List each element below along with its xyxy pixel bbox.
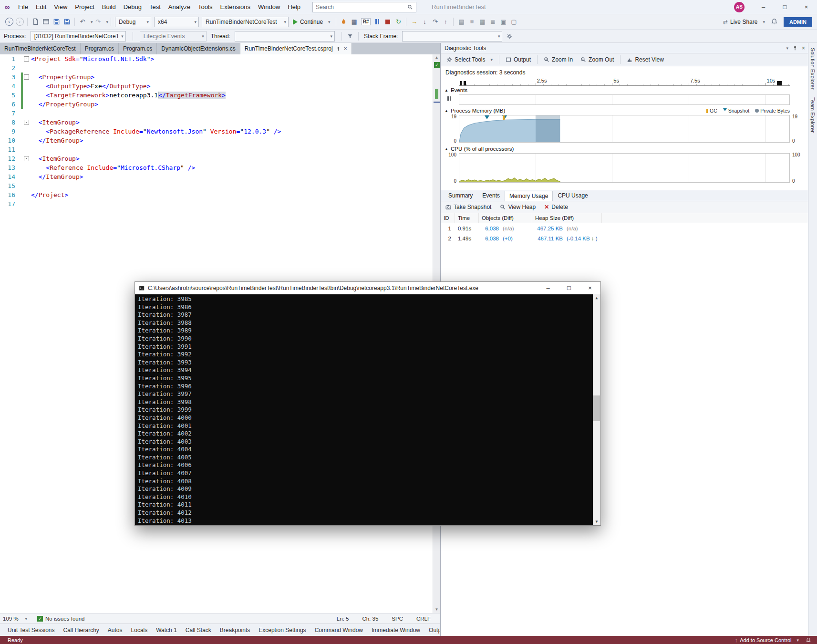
- menu-project[interactable]: Project: [71, 0, 98, 14]
- document-tab[interactable]: Program.cs: [81, 43, 119, 54]
- solution-platform-dropdown[interactable]: x64▾: [154, 17, 199, 27]
- console-scrollbar[interactable]: ▲ ▼: [593, 294, 600, 525]
- misc-icon[interactable]: ≡: [466, 17, 477, 27]
- account-avatar[interactable]: AS: [734, 2, 745, 12]
- delete-button[interactable]: ✕Delete: [544, 204, 568, 210]
- menu-window[interactable]: Window: [254, 0, 284, 14]
- tool-window-tab[interactable]: Watch 1: [152, 625, 181, 635]
- pin-icon[interactable]: [792, 45, 798, 51]
- navigate-forward-icon[interactable]: ›: [14, 17, 25, 27]
- events-section-header[interactable]: ▲ Events: [441, 86, 808, 94]
- cpu-section-header[interactable]: ▲ CPU (% of all processors): [441, 145, 808, 153]
- zoom-out-button[interactable]: Zoom Out: [577, 53, 618, 66]
- snapshot-row[interactable]: 21.49s6,038(+0)467.11 KB(-0.14 KB ↓ ): [441, 233, 808, 243]
- navigate-back-icon[interactable]: ‹: [4, 17, 14, 27]
- document-tab[interactable]: Program.cs: [119, 43, 157, 54]
- break-all-icon[interactable]: [372, 17, 383, 27]
- console-minimize-button[interactable]: –: [538, 282, 558, 294]
- admin-button[interactable]: ADMIN: [784, 17, 812, 27]
- menu-edit[interactable]: Edit: [32, 0, 50, 14]
- health-check-icon[interactable]: ✓: [37, 616, 43, 622]
- health-message[interactable]: No issues found: [45, 616, 84, 622]
- misc-icon[interactable]: ▢: [508, 17, 519, 27]
- fold-collapse-icon[interactable]: -: [24, 120, 29, 125]
- output-button[interactable]: Output: [502, 53, 535, 66]
- console-maximize-button[interactable]: □: [558, 282, 579, 294]
- console-scroll-thumb[interactable]: [593, 395, 600, 421]
- add-to-source-control-button[interactable]: ↑Add to Source Control▾: [735, 637, 799, 643]
- solution-configuration-dropdown[interactable]: Debug▾: [115, 17, 151, 27]
- minimize-button[interactable]: –: [753, 0, 774, 14]
- undo-icon[interactable]: ↶: [77, 17, 88, 27]
- step-over-icon[interactable]: ↷: [430, 17, 440, 27]
- events-pause-icon[interactable]: [447, 96, 451, 101]
- menu-help[interactable]: Help: [284, 0, 304, 14]
- thread-dropdown[interactable]: ▾: [235, 31, 335, 42]
- document-health-indicator[interactable]: ✓: [434, 62, 440, 68]
- feedback-bell-icon[interactable]: [771, 18, 778, 25]
- snapshot-row[interactable]: 10.91s6,038(n/a)467.25 KB(n/a): [441, 223, 808, 233]
- diag-tab-summary[interactable]: Summary: [444, 190, 477, 201]
- console-scroll-up-icon[interactable]: ▲: [593, 294, 600, 301]
- maximize-button[interactable]: □: [774, 0, 796, 14]
- fold-collapse-icon[interactable]: -: [24, 156, 29, 161]
- misc-icon[interactable]: ▦: [477, 17, 487, 27]
- hot-reload-icon[interactable]: [339, 17, 349, 27]
- save-icon[interactable]: [51, 17, 62, 27]
- apply-code-changes-icon[interactable]: ▦: [349, 17, 360, 27]
- startup-project-dropdown[interactable]: RunTimeBinderNetCoreTest▾: [202, 17, 289, 27]
- memory-section-header[interactable]: ▲ Process Memory (MB) GC Snapshot Privat…: [441, 106, 808, 114]
- document-tab[interactable]: RunTimeBinderNetCoreTest: [0, 43, 81, 54]
- memory-chart[interactable]: [459, 115, 790, 143]
- scroll-down-icon[interactable]: ▼: [433, 606, 440, 613]
- search-input[interactable]: Search: [316, 4, 407, 10]
- toolbar-options-gear-icon[interactable]: [507, 33, 512, 39]
- side-tab-solution-explorer[interactable]: Solution Explorer: [810, 48, 816, 90]
- tool-window-tab[interactable]: Locals: [127, 625, 152, 635]
- resharper-badge[interactable]: R#: [361, 18, 371, 25]
- eol-indicator[interactable]: CRLF: [416, 616, 431, 622]
- fold-collapse-icon[interactable]: -: [24, 74, 29, 80]
- scroll-up-icon[interactable]: ▲: [433, 54, 440, 61]
- tool-window-tab[interactable]: Exception Settings: [255, 625, 310, 635]
- redo-icon[interactable]: ↷: [93, 17, 103, 27]
- console-scroll-down-icon[interactable]: ▼: [593, 518, 600, 525]
- heap-size-link[interactable]: 467.25 KB: [532, 226, 563, 231]
- tool-window-tab[interactable]: Autos: [104, 625, 126, 635]
- new-file-icon[interactable]: [30, 17, 41, 27]
- side-tab-team-explorer[interactable]: Team Explorer: [810, 97, 816, 133]
- cpu-chart[interactable]: [459, 153, 790, 183]
- menu-file[interactable]: File: [14, 0, 32, 14]
- menu-extensions[interactable]: Extensions: [216, 0, 254, 14]
- console-close-button[interactable]: ×: [579, 282, 600, 294]
- continue-button[interactable]: Continue ▾: [290, 19, 333, 25]
- tab-close-icon[interactable]: ×: [344, 45, 347, 52]
- tool-window-tab[interactable]: Command Window: [311, 625, 367, 635]
- tool-window-tab[interactable]: Call Hierarchy: [60, 625, 103, 635]
- lifecycle-events-dropdown[interactable]: Lifecycle Events▾: [140, 31, 207, 42]
- menu-tools[interactable]: Tools: [194, 0, 216, 14]
- close-button[interactable]: ×: [796, 0, 817, 14]
- timeline-ruler[interactable]: 2.5s5s7.5s10s: [459, 77, 790, 86]
- show-next-statement-icon[interactable]: →: [409, 17, 419, 27]
- events-track[interactable]: [459, 94, 790, 105]
- misc-icon[interactable]: ▣: [498, 17, 508, 27]
- select-tools-dropdown[interactable]: Select Tools▾: [443, 53, 496, 66]
- zoom-in-button[interactable]: Zoom In: [540, 53, 577, 66]
- objects-link[interactable]: 6,038: [479, 236, 499, 241]
- stack-frame-dropdown[interactable]: ▾: [402, 31, 502, 42]
- document-tab[interactable]: RunTimeBinderNetCoreTest.csproj×: [240, 43, 352, 54]
- objects-link[interactable]: 6,038: [479, 226, 499, 231]
- save-all-icon[interactable]: [62, 17, 72, 27]
- zoom-dropdown[interactable]: 109 %▾: [3, 616, 32, 622]
- step-out-icon[interactable]: ↑: [440, 17, 451, 27]
- redo-dropdown-icon[interactable]: ▾: [106, 20, 109, 24]
- snapshot-marker-icon[interactable]: [485, 115, 489, 122]
- tool-window-tab[interactable]: Unit Test Sessions: [4, 625, 59, 635]
- pin-icon[interactable]: [336, 46, 341, 52]
- take-snapshot-button[interactable]: Take Snapshot: [445, 204, 491, 210]
- live-share-button[interactable]: ⇄Live Share▾: [723, 19, 765, 25]
- document-tab[interactable]: DynamicObjectExtensions.cs: [157, 43, 240, 54]
- process-dropdown[interactable]: [31032] RunTimeBinderNetCoreTes▾: [31, 31, 126, 42]
- menu-analyze[interactable]: Analyze: [165, 0, 194, 14]
